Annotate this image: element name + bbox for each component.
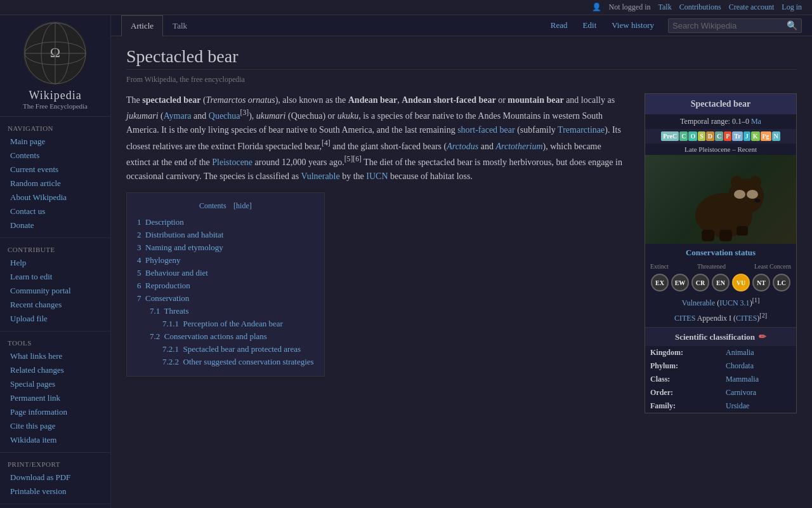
toc-link-5[interactable]: 5 Behaviour and diet xyxy=(137,268,208,277)
sidebar-item-community-portal[interactable]: Community portal xyxy=(0,284,110,298)
sidebar-item-main-page[interactable]: Main page xyxy=(0,135,110,149)
iucn-link[interactable]: IUCN xyxy=(366,171,388,181)
search-icon[interactable]: 🔍 xyxy=(787,20,797,31)
cites-link[interactable]: CITES xyxy=(674,314,695,323)
tab-group-right: Read Edit View history 🔍 xyxy=(544,15,802,36)
geo-c2: C xyxy=(715,131,723,141)
sci-value-class[interactable]: Mammalia xyxy=(726,375,759,384)
toc-link-4[interactable]: 4 Phylogeny xyxy=(137,255,181,265)
toc-link-7-2-1[interactable]: 7.2.1 Spectacled bear and protected area… xyxy=(162,344,301,354)
sidebar-item-donate[interactable]: Donate xyxy=(0,218,110,232)
toc-link-7-2-2[interactable]: 7.2.2 Other suggested conservation strat… xyxy=(162,357,314,366)
short-faced-bear-link[interactable]: short-faced bear xyxy=(457,125,515,135)
geo-p: P xyxy=(724,131,731,141)
toc-link-7-1[interactable]: 7.1 Threats xyxy=(150,306,189,316)
tab-talk[interactable]: Talk xyxy=(163,15,197,36)
create-account-link[interactable]: Create account xyxy=(729,3,775,12)
talk-link[interactable]: Talk xyxy=(658,3,672,12)
sci-value-phylum[interactable]: Chordata xyxy=(726,361,754,370)
toc-item-7-2: 7.2 Conservation actions and plans xyxy=(137,330,314,343)
sidebar-item-permanent-link[interactable]: Permanent link xyxy=(0,391,110,405)
toc-item-7-1: 7.1 Threats xyxy=(137,305,314,318)
status-circles: EX EW CR EN VU NT LC xyxy=(645,271,796,294)
iucn-version-link[interactable]: IUCN 3.1 xyxy=(719,298,749,307)
geo-s: S xyxy=(698,131,705,141)
top-bar: 👤 Not logged in Talk Contributions Creat… xyxy=(0,0,812,15)
status-en: EN xyxy=(712,274,730,291)
sidebar-item-wikidata[interactable]: Wikidata item xyxy=(0,433,110,447)
aymara-link[interactable]: Aymara xyxy=(164,111,192,121)
temporal-link[interactable]: Ma xyxy=(751,117,761,126)
geo-prec: PreC xyxy=(661,131,679,141)
from-line: From Wikipedia, the free encyclopedia xyxy=(126,75,797,84)
sidebar-item-learn-edit[interactable]: Learn to edit xyxy=(0,270,110,284)
layout: Ω Wikipedia The Free Encyclopedia Naviga… xyxy=(0,15,812,508)
sidebar-item-printable[interactable]: Printable version xyxy=(0,485,110,498)
toc-item-5: 5 Behaviour and diet xyxy=(137,267,314,279)
tab-view-history[interactable]: View history xyxy=(605,15,660,36)
search-input[interactable] xyxy=(672,21,787,30)
geo-n: N xyxy=(772,131,780,141)
infobox-title: Spectacled bear xyxy=(645,94,796,114)
temporal-text: Temporal range: 0.1–0 xyxy=(680,117,749,126)
status-lc: LC xyxy=(773,274,790,291)
tab-article[interactable]: Article xyxy=(121,15,163,36)
toc-link-7[interactable]: 7 Conservation xyxy=(137,293,189,303)
sidebar-item-contents[interactable]: Contents xyxy=(0,149,110,163)
geo-tr: Tr xyxy=(732,131,742,141)
svg-rect-14 xyxy=(719,230,732,241)
toc-link-6[interactable]: 6 Reproduction xyxy=(137,281,190,290)
tab-read[interactable]: Read xyxy=(544,15,574,36)
status-threatened: Threatened xyxy=(697,263,726,270)
toc-link-7-2[interactable]: 7.2 Conservation actions and plans xyxy=(150,331,267,341)
tab-edit[interactable]: Edit xyxy=(577,15,603,36)
svg-point-12 xyxy=(750,176,761,187)
sci-value-family[interactable]: Ursidae xyxy=(726,401,749,410)
toc-link-7-1-1[interactable]: 7.1.1 Perception of the Andean bear xyxy=(162,319,283,328)
arctotherium-link[interactable]: Arctotherium xyxy=(495,141,542,150)
sidebar-item-recent-changes[interactable]: Recent changes xyxy=(0,298,110,312)
pleistocene-link[interactable]: Pleistocene xyxy=(212,157,252,167)
arctodus-link[interactable]: Arctodus xyxy=(447,141,478,150)
search-box: 🔍 xyxy=(668,18,802,33)
quechua-link[interactable]: Quechua xyxy=(209,111,240,121)
sci-value-order[interactable]: Carnivora xyxy=(726,388,756,397)
sidebar-item-help[interactable]: Help xyxy=(0,256,110,270)
toc-link-1[interactable]: 1 Description xyxy=(137,217,184,227)
contributions-link[interactable]: Contributions xyxy=(679,3,721,12)
sidebar-item-related-changes[interactable]: Related changes xyxy=(0,363,110,377)
toc-link-3[interactable]: 3 Naming and etymology xyxy=(137,243,223,252)
toc-link-2[interactable]: 2 Distribution and habitat xyxy=(137,230,223,239)
vulnerable-iucn-link[interactable]: Vulnerable xyxy=(682,298,716,307)
sidebar-item-special-pages[interactable]: Special pages xyxy=(0,377,110,391)
edit-icon[interactable]: ✏ xyxy=(759,331,766,342)
svg-point-10 xyxy=(754,199,761,203)
sidebar-item-current-events[interactable]: Current events xyxy=(0,163,110,177)
toc-item-3: 3 Naming and etymology xyxy=(137,241,314,254)
toc-hide-button[interactable]: [hide] xyxy=(233,201,252,210)
sidebar-item-random-article[interactable]: Random article xyxy=(0,177,110,190)
logo-area: Ω Wikipedia The Free Encyclopedia xyxy=(0,15,110,117)
vulnerable-link[interactable]: Vulnerable xyxy=(301,171,339,181)
print-section: Print/export Download as PDF Printable v… xyxy=(0,453,110,504)
infobox-bear-image xyxy=(645,155,796,244)
tab-group-left: Article Talk xyxy=(121,15,197,36)
sci-title-text: Scientific classification xyxy=(675,332,755,342)
nav-section-title: Navigation xyxy=(0,122,110,135)
sidebar-item-upload-file[interactable]: Upload file xyxy=(0,312,110,326)
sidebar-item-what-links[interactable]: What links here xyxy=(0,349,110,363)
wiki-subtitle: The Free Encyclopedia xyxy=(6,102,104,110)
tremarctinae-link[interactable]: Tremarctinae xyxy=(558,125,605,135)
sci-value-kingdom[interactable]: Animalia xyxy=(726,348,754,357)
sci-row-class: Class: Mammalia xyxy=(645,373,796,386)
sidebar-item-about[interactable]: About Wikipedia xyxy=(0,190,110,204)
sci-row-order: Order: Carnivora xyxy=(645,386,796,399)
log-in-link[interactable]: Log in xyxy=(782,3,802,12)
status-scale: Extinct Threatened Least Concern xyxy=(645,262,796,271)
sidebar-item-contact[interactable]: Contact us xyxy=(0,204,110,218)
cites-org-link[interactable]: CITES xyxy=(736,314,757,323)
sidebar-item-page-info[interactable]: Page information xyxy=(0,405,110,419)
sidebar-item-cite-page[interactable]: Cite this page xyxy=(0,419,110,433)
sidebar-item-download-pdf[interactable]: Download as PDF xyxy=(0,471,110,485)
print-title: Print/export xyxy=(0,458,110,471)
